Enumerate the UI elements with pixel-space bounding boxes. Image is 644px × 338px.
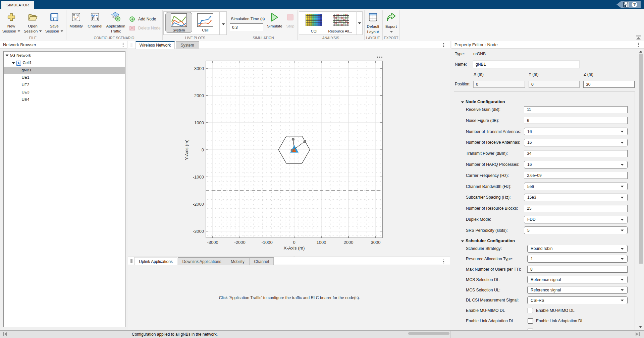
svg-text:-3000: -3000 bbox=[207, 240, 218, 245]
svg-text:-1000: -1000 bbox=[193, 175, 204, 180]
svg-text:X-Axis (m): X-Axis (m) bbox=[284, 246, 305, 251]
svg-text:1000: 1000 bbox=[317, 240, 326, 245]
svg-text:2000: 2000 bbox=[194, 93, 204, 98]
svg-text:0: 0 bbox=[202, 147, 204, 152]
svg-text:-3000: -3000 bbox=[193, 229, 204, 234]
svg-text:3000: 3000 bbox=[371, 240, 381, 245]
svg-text:0: 0 bbox=[293, 240, 295, 245]
svg-text:3000: 3000 bbox=[194, 66, 204, 71]
svg-text:Y-Axis (m): Y-Axis (m) bbox=[184, 139, 189, 160]
svg-text:1000: 1000 bbox=[194, 120, 204, 125]
svg-text:2000: 2000 bbox=[344, 240, 354, 245]
svg-text:-1000: -1000 bbox=[261, 240, 272, 245]
svg-text:-2000: -2000 bbox=[193, 202, 204, 207]
svg-text:-2000: -2000 bbox=[234, 240, 245, 245]
svg-text:?: ? bbox=[633, 2, 636, 7]
